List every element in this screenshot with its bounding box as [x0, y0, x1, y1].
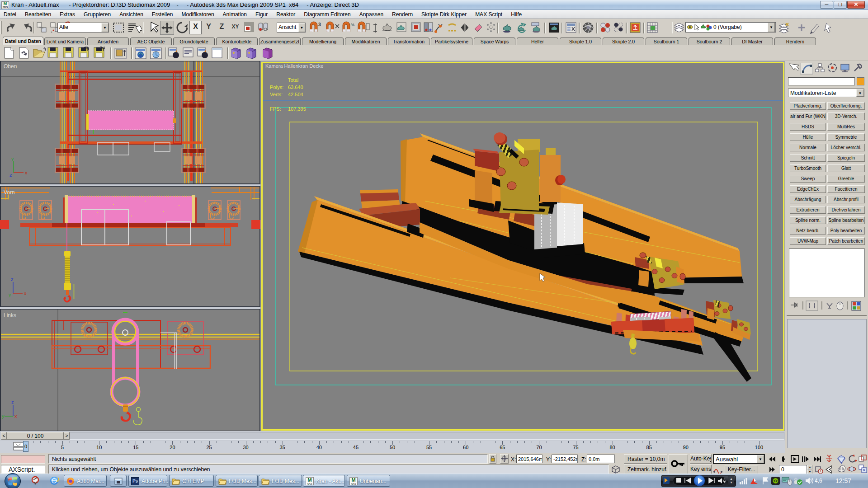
svg-text:Vorn: Vorn — [4, 189, 15, 196]
svg-text:y: y — [2, 413, 5, 419]
svg-text:Links: Links — [4, 312, 16, 319]
svg-text:z: z — [9, 172, 12, 178]
svg-text:x: x — [24, 291, 27, 296]
svg-text:107,395: 107,395 — [288, 106, 306, 112]
svg-text:42.504: 42.504 — [288, 92, 303, 97]
svg-text:63.640: 63.640 — [288, 84, 303, 90]
svg-text:Oben: Oben — [4, 63, 17, 70]
svg-text:3: 3 — [318, 22, 321, 27]
svg-text:Polys:: Polys: — [270, 84, 283, 90]
svg-text:Total: Total — [288, 77, 298, 83]
svg-text:%: % — [351, 23, 354, 27]
svg-text:z: z — [11, 399, 14, 405]
svg-text:y: y — [11, 156, 14, 161]
svg-text:Kamera Hallenkran Decke: Kamera Hallenkran Decke — [265, 63, 323, 69]
svg-text:Verts:: Verts: — [270, 92, 283, 97]
svg-text:z: z — [11, 277, 14, 282]
svg-text:y: y — [9, 292, 11, 297]
svg-text:FPS:: FPS: — [270, 106, 281, 112]
svg-text:x: x — [25, 170, 28, 175]
svg-text:x: x — [14, 413, 17, 419]
